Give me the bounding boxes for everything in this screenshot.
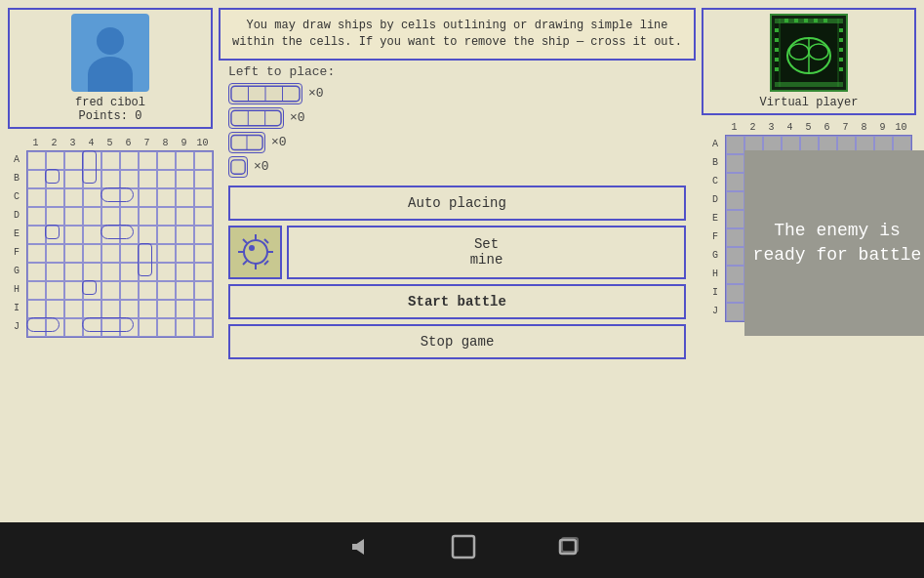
player-cell-58[interactable] [176,244,194,263]
enemy-cell-30[interactable] [726,191,744,210]
player-cell-7[interactable] [157,151,176,170]
player-cell-17[interactable] [157,170,176,188]
recent-apps-button[interactable] [555,533,583,567]
player-cell-79[interactable] [194,281,213,300]
player-cell-28[interactable] [176,188,194,207]
player-cell-15[interactable] [120,170,139,188]
set-mine-button[interactable]: Setmine [287,226,686,279]
player-cell-67[interactable] [157,263,176,281]
player-cell-46[interactable] [139,226,157,244]
player-cell-93[interactable] [83,318,101,337]
player-cell-6[interactable] [139,151,157,170]
player-cell-64[interactable] [101,263,120,281]
player-cell-9[interactable] [194,151,213,170]
player-cell-91[interactable] [46,318,64,337]
player-cell-57[interactable] [157,244,176,263]
back-button[interactable] [342,535,372,565]
player-cell-45[interactable] [120,226,139,244]
player-cell-66[interactable] [139,263,157,281]
player-cell-13[interactable] [83,170,101,188]
player-cell-60[interactable] [27,263,46,281]
player-cell-43[interactable] [83,226,101,244]
player-cell-75[interactable] [120,281,139,300]
player-cell-8[interactable] [176,151,194,170]
enemy-cell-10[interactable] [726,154,744,173]
player-cell-69[interactable] [194,263,213,281]
enemy-cell-0[interactable] [726,136,744,154]
player-cell-49[interactable] [194,226,213,244]
player-cell-59[interactable] [194,244,213,263]
player-cell-34[interactable] [101,207,120,226]
player-cell-81[interactable] [46,300,64,318]
player-cell-27[interactable] [157,188,176,207]
player-cell-18[interactable] [176,170,194,188]
player-cell-92[interactable] [64,318,83,337]
enemy-cell-50[interactable] [726,228,744,247]
player-cell-89[interactable] [194,300,213,318]
player-cell-72[interactable] [64,281,83,300]
player-cell-56[interactable] [139,244,157,263]
player-cell-86[interactable] [139,300,157,318]
player-cell-53[interactable] [83,244,101,263]
player-cell-24[interactable] [101,188,120,207]
player-cell-87[interactable] [157,300,176,318]
player-cell-61[interactable] [46,263,64,281]
player-cell-23[interactable] [83,188,101,207]
home-button[interactable] [450,533,477,567]
player-cell-52[interactable] [64,244,83,263]
player-cell-36[interactable] [139,207,157,226]
player-cell-50[interactable] [27,244,46,263]
player-cell-33[interactable] [83,207,101,226]
player-cell-98[interactable] [176,318,194,337]
player-cell-11[interactable] [46,170,64,188]
start-battle-button[interactable]: Start battle [228,284,686,319]
enemy-cell-90[interactable] [726,303,744,321]
player-cell-32[interactable] [64,207,83,226]
player-cell-31[interactable] [46,207,64,226]
player-cell-97[interactable] [157,318,176,337]
player-cell-80[interactable] [27,300,46,318]
player-cell-88[interactable] [176,300,194,318]
player-cell-19[interactable] [194,170,213,188]
player-cell-77[interactable] [157,281,176,300]
player-cell-12[interactable] [64,170,83,188]
player-cell-26[interactable] [139,188,157,207]
player-cell-44[interactable] [101,226,120,244]
player-cell-74[interactable] [101,281,120,300]
player-cell-3[interactable] [83,151,101,170]
player-cell-85[interactable] [120,300,139,318]
player-cell-70[interactable] [27,281,46,300]
player-grid-cells[interactable]: for(let i=0;i<100;i++) document.write('<… [26,150,214,338]
player-cell-63[interactable] [83,263,101,281]
player-cell-78[interactable] [176,281,194,300]
player-cell-35[interactable] [120,207,139,226]
player-cell-65[interactable] [120,263,139,281]
player-cell-84[interactable] [101,300,120,318]
player-cell-40[interactable] [27,226,46,244]
player-cell-1[interactable] [46,151,64,170]
player-cell-16[interactable] [139,170,157,188]
player-cell-25[interactable] [120,188,139,207]
player-cell-51[interactable] [46,244,64,263]
player-cell-29[interactable] [194,188,213,207]
player-cell-39[interactable] [194,207,213,226]
player-cell-14[interactable] [101,170,120,188]
player-cell-62[interactable] [64,263,83,281]
enemy-cell-60[interactable] [726,247,744,266]
player-cell-83[interactable] [83,300,101,318]
player-cell-5[interactable] [120,151,139,170]
player-cell-55[interactable] [120,244,139,263]
player-cell-90[interactable] [27,318,46,337]
player-cell-0[interactable] [27,151,46,170]
enemy-cell-20[interactable] [726,173,744,191]
player-cell-73[interactable] [83,281,101,300]
stop-game-button[interactable]: Stop game [228,324,686,359]
player-cell-4[interactable] [101,151,120,170]
player-cell-21[interactable] [46,188,64,207]
player-cell-2[interactable] [64,151,83,170]
player-cell-20[interactable] [27,188,46,207]
player-cell-47[interactable] [157,226,176,244]
player-cell-22[interactable] [64,188,83,207]
enemy-cell-70[interactable] [726,266,744,284]
auto-placing-button[interactable]: Auto placing [228,186,686,221]
